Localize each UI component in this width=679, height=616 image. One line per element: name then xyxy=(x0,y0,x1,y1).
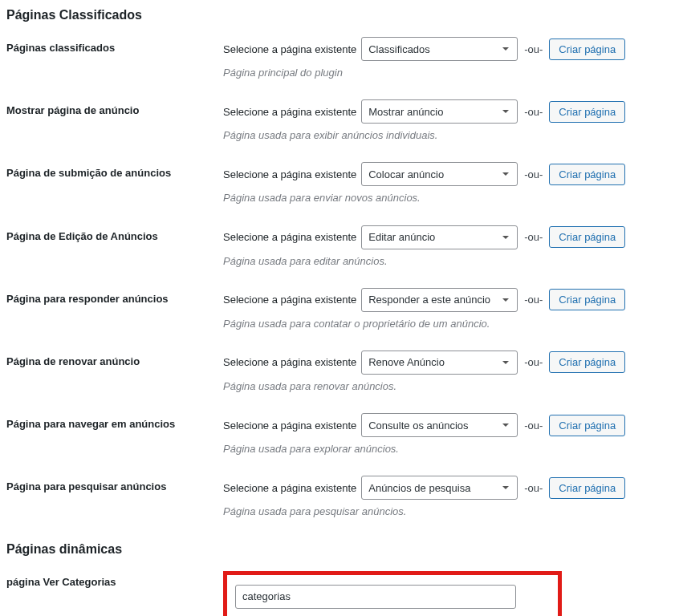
page-select[interactable]: Anúncios de pesquisa xyxy=(361,476,518,500)
or-text: -ou- xyxy=(524,356,543,368)
row-label: Página de renovar anúncio xyxy=(6,355,140,367)
row-description: Página usada para explorar anúncios. xyxy=(223,442,673,456)
page-select[interactable]: Colocar anúncio xyxy=(361,162,518,186)
row-label: Páginas classificados xyxy=(6,42,115,54)
row-label: Página de Edição de Anúncios xyxy=(6,230,158,242)
create-page-button[interactable]: Criar página xyxy=(549,415,625,436)
row-label: Página para responder anúncios xyxy=(6,293,169,305)
or-text: -ou- xyxy=(524,482,543,494)
label-ver-categorias: página Ver Categorias xyxy=(6,576,116,588)
row-description: Página usada para enviar novos anúncios. xyxy=(223,191,673,205)
row-description: Página principal do plugin xyxy=(223,66,673,80)
select-hint: Selecione a página existente xyxy=(223,231,356,243)
page-select[interactable]: Editar anúncio xyxy=(361,225,518,249)
page-select[interactable]: Mostrar anúncio xyxy=(361,99,518,124)
page-select[interactable]: Classificados xyxy=(361,37,518,61)
row-label: Mostrar página de anúncio xyxy=(6,104,139,116)
row-description: Página usada para renovar anúncios. xyxy=(223,379,673,394)
page-select[interactable]: Renove Anúncio xyxy=(361,351,518,375)
select-hint: Selecione a página existente xyxy=(223,419,356,432)
row-description: Página usada para pesquisar anúncios. xyxy=(223,505,673,519)
create-page-button[interactable]: Criar página xyxy=(549,226,625,248)
create-page-button[interactable]: Criar página xyxy=(549,351,625,373)
section-title-paginas-classificados: Páginas Classificados xyxy=(6,8,673,22)
create-page-button[interactable]: Criar página xyxy=(549,38,625,60)
select-hint: Selecione a página existente xyxy=(223,294,356,306)
select-hint: Selecione a página existente xyxy=(223,482,356,494)
page-select[interactable]: Responder a este anúncio xyxy=(361,288,518,312)
row-label: Página de submição de anúncios xyxy=(6,167,171,179)
page-select[interactable]: Consulte os anúncios xyxy=(361,413,518,437)
highlight-box: Esta página é uma que o AWPCP irá gerar … xyxy=(223,571,562,617)
select-hint: Selecione a página existente xyxy=(223,106,356,118)
create-page-button[interactable]: Criar página xyxy=(549,477,625,499)
row-label: Página para pesquisar anúncios xyxy=(6,480,166,492)
row-description: Página usada para editar anúncios. xyxy=(223,254,673,269)
select-hint: Selecione a página existente xyxy=(223,356,356,368)
or-text: -ou- xyxy=(524,43,543,55)
or-text: -ou- xyxy=(524,231,543,243)
or-text: -ou- xyxy=(524,419,543,432)
create-page-button[interactable]: Criar página xyxy=(549,289,625,310)
section-title-paginas-dinamicas: Páginas dinâmicas xyxy=(6,542,673,557)
create-page-button[interactable]: Criar página xyxy=(549,101,625,123)
or-text: -ou- xyxy=(524,106,543,118)
or-text: -ou- xyxy=(524,294,543,306)
input-ver-categorias[interactable] xyxy=(235,585,516,609)
row-description: Página usada para contatar o proprietári… xyxy=(223,317,673,331)
row-description: Página usada para exibir anúncios indivi… xyxy=(223,128,673,143)
or-text: -ou- xyxy=(524,168,543,180)
create-page-button[interactable]: Criar página xyxy=(549,164,625,185)
select-hint: Selecione a página existente xyxy=(223,43,356,55)
row-label: Página para navegar em anúncios xyxy=(6,418,175,430)
select-hint: Selecione a página existente xyxy=(223,168,356,180)
